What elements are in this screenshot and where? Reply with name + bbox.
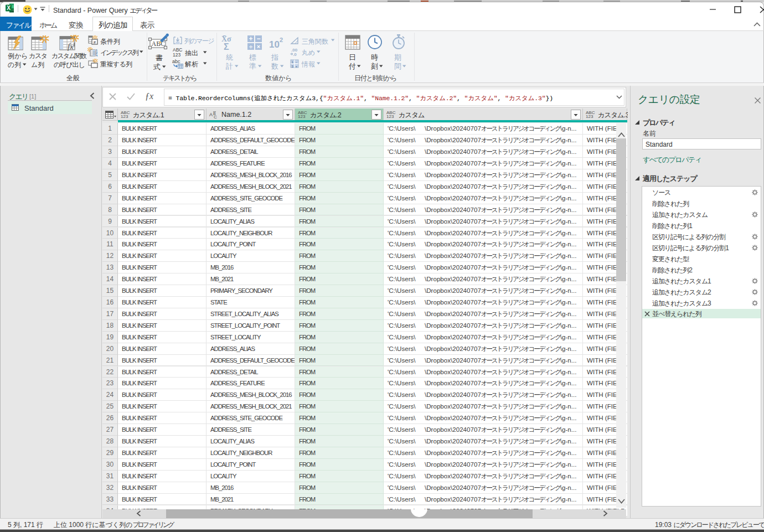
svg-text:−: −: [256, 35, 260, 43]
svg-text:10: 10: [269, 39, 280, 50]
svg-text:+: +: [249, 35, 252, 43]
svg-text:Σ: Σ: [224, 42, 229, 51]
svg-text:2: 2: [280, 37, 283, 43]
svg-text:123: 123: [173, 52, 180, 57]
svg-text:abc: abc: [172, 59, 180, 64]
svg-text:X: X: [7, 5, 11, 11]
svg-text:fx: fx: [68, 42, 74, 51]
svg-text:3: 3: [96, 54, 97, 57]
svg-text:C: C: [214, 115, 217, 119]
svg-text:+: +: [296, 65, 298, 68]
svg-text:−: −: [296, 60, 298, 64]
svg-text:A: A: [209, 112, 213, 117]
svg-text:×: ×: [257, 43, 260, 50]
svg-text:≠: ≠: [94, 40, 96, 45]
svg-text:÷: ÷: [249, 43, 252, 50]
svg-text:.0: .0: [293, 52, 297, 56]
